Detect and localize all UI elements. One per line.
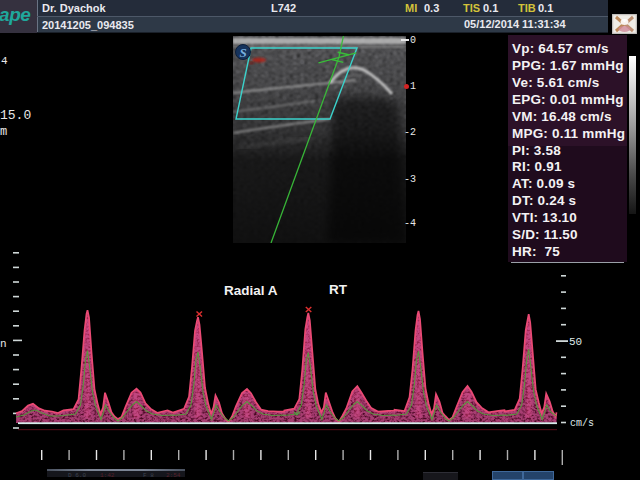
svg-text:cm/s: cm/s	[570, 418, 594, 429]
svg-text:50: 50	[569, 336, 582, 348]
